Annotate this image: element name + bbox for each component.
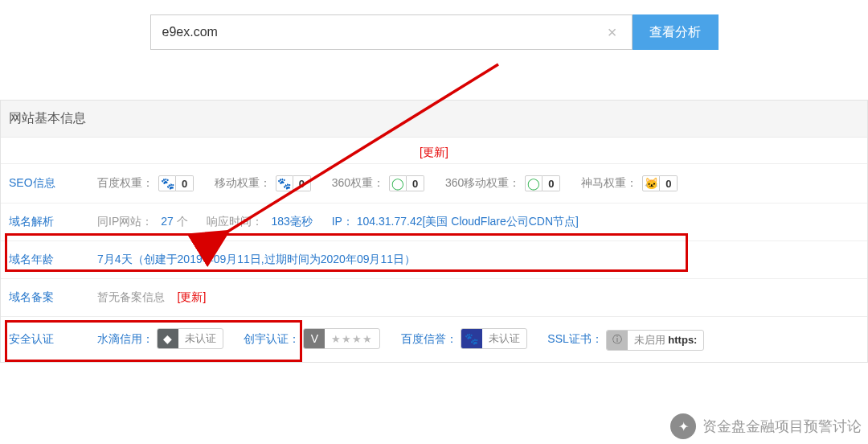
baidu-rep-badge[interactable]: 🐾未认证: [461, 328, 527, 349]
refresh-link-top[interactable]: [更新]: [420, 146, 448, 158]
weight-360: 360权重： ◯ 0: [332, 175, 424, 191]
weight-shenma: 神马权重： 🐱 0: [581, 175, 678, 191]
ssl-badge[interactable]: ⓘ未启用 https:: [606, 330, 705, 351]
wechat-icon: ✦: [670, 413, 696, 439]
domain-age-value[interactable]: 7月4天（创建于2019年09月11日,过期时间为2020年09月11日）: [97, 253, 416, 265]
shuidi-badge[interactable]: ◆未认证: [157, 328, 223, 349]
panel-title: 网站基本信息: [1, 101, 867, 138]
label-security[interactable]: 安全认证: [9, 332, 54, 345]
search-input[interactable]: [161, 24, 603, 40]
cat-icon: 🐱: [642, 175, 660, 191]
chuangyu-label[interactable]: 创宇认证：: [244, 332, 300, 345]
baidu-rep-label[interactable]: 百度信誉：: [401, 332, 457, 345]
row-dns: 域名解析 同IP网站： 27 个 响应时间： 183毫秒 IP： 104.31.…: [1, 204, 867, 241]
weight-mobile: 移动权重： 🐾 0: [215, 175, 311, 191]
drop-icon: ◆: [158, 328, 178, 349]
label-age[interactable]: 域名年龄: [9, 253, 54, 265]
watermark: ✦ 资金盘金融项目预警讨论: [670, 413, 862, 439]
same-ip-label: 同IP网站：: [97, 215, 153, 228]
paw-icon: 🐾: [158, 175, 176, 191]
circle-icon: ◯: [525, 175, 542, 191]
beian-none-text: 暂无备案信息: [97, 290, 165, 303]
label-dns[interactable]: 域名解析: [9, 215, 54, 228]
beian-refresh-link[interactable]: [更新]: [178, 290, 207, 303]
shuidi-label[interactable]: 水滴信用：: [97, 332, 154, 345]
weight-360mobile: 360移动权重： ◯ 0: [445, 175, 560, 191]
ip-label: IP：: [332, 215, 354, 228]
site-basic-info-panel: 网站基本信息 [更新] SEO信息 百度权重： 🐾 0 移动权重： 🐾 0 36…: [0, 100, 868, 363]
response-time-label: 响应时间：: [207, 215, 263, 228]
label-seo[interactable]: SEO信息: [9, 176, 55, 189]
row-beian: 域名备案 暂无备案信息 [更新]: [1, 279, 867, 317]
row-security: 安全认证 水滴信用： ◆未认证 创宇认证： V★★★★ 百度信誉： 🐾未认证 S…: [1, 317, 867, 362]
ssl-label[interactable]: SSL证书：: [547, 332, 602, 345]
paw-icon: 🐾: [461, 328, 482, 349]
circle-icon: ◯: [389, 175, 407, 191]
info-icon: ⓘ: [607, 330, 628, 351]
analyze-button[interactable]: 查看分析: [632, 14, 719, 50]
row-age: 域名年龄 7月4天（创建于2019年09月11日,过期时间为2020年09月11…: [1, 241, 867, 279]
response-time-value[interactable]: 183毫秒: [271, 215, 312, 228]
chuangyu-badge[interactable]: V★★★★: [303, 328, 380, 349]
same-ip-count[interactable]: 27: [161, 215, 174, 228]
shield-v-icon: V: [304, 328, 325, 349]
label-beian[interactable]: 域名备案: [9, 290, 54, 303]
ip-value[interactable]: 104.31.77.42[美国 CloudFlare公司CDN节点]: [357, 215, 579, 228]
paw-icon: 🐾: [276, 175, 293, 191]
search-box: ×: [150, 14, 633, 50]
clear-icon[interactable]: ×: [603, 23, 622, 42]
row-seo: SEO信息 百度权重： 🐾 0 移动权重： 🐾 0 360权重： ◯ 0: [1, 164, 867, 204]
weight-baidu: 百度权重： 🐾 0: [97, 175, 194, 191]
